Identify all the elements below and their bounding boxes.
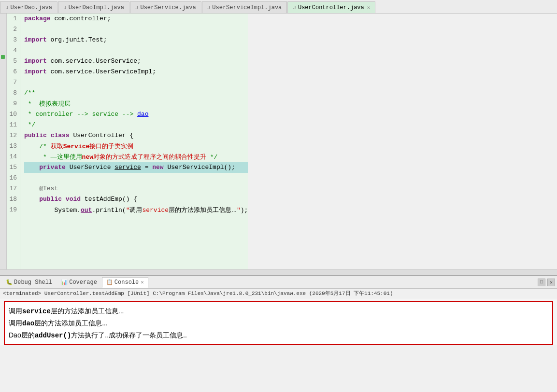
coverage-label: Coverage: [69, 279, 97, 286]
debug-shell-label: Debug Shell: [14, 279, 52, 286]
tab-label-userService: UserService.java: [140, 4, 196, 11]
code-line-11: */: [24, 120, 248, 130]
java-file-icon: J: [207, 5, 211, 11]
tab-userDaoImpl[interactable]: J UserDaoImpl.java: [58, 1, 129, 13]
tab-debug-shell[interactable]: 🐛 Debug Shell: [2, 277, 56, 288]
code-content[interactable]: package com.controller; import org.junit…: [20, 14, 248, 269]
code-line-18: public void testAddEmp() {: [24, 194, 248, 205]
code-line-14: * —这里使用new对象的方式造成了程序之间的耦合性提升 */: [24, 152, 248, 162]
tab-close-button[interactable]: ✕: [367, 4, 371, 11]
code-line-6: import com.service.UserServiceImpl;: [24, 67, 248, 77]
tab-userServiceImpl[interactable]: J UserServiceImpl.java: [202, 1, 287, 13]
line-numbers: 1 2 3 4 5 6 7 8 9 10 11 12 13 14 15 16 1…: [7, 14, 20, 269]
console-line-2: 调用dao层的方法添加员工信息...: [9, 317, 548, 329]
tab-label-userController: UserController.java: [298, 4, 364, 11]
bottom-panel: 🐛 Debug Shell 📊 Coverage 📋 Console ✕ □ ✕…: [0, 275, 557, 345]
breakpoint-indicator: [1, 55, 5, 59]
editor-left-strip: [0, 14, 7, 269]
panel-right-buttons: □ ✕: [538, 279, 555, 286]
console-line-3: Dao层的addUser()方法执行了..成功保存了一条员工信息..: [9, 329, 548, 341]
editor-wrapper: 1 2 3 4 5 6 7 8 9 10 11 12 13 14 15 16 1…: [0, 14, 557, 269]
java-file-icon: J: [63, 5, 67, 11]
tab-coverage[interactable]: 📊 Coverage: [57, 277, 101, 288]
editor-area[interactable]: 1 2 3 4 5 6 7 8 9 10 11 12 13 14 15 16 1…: [7, 14, 248, 269]
code-line-13: /* 获取Service接口的子类实例: [24, 141, 248, 152]
tab-label-userDao: UserDao.java: [11, 4, 52, 11]
code-line-15: private UserService service = new UserSe…: [24, 162, 248, 173]
tab-userController[interactable]: J UserController.java ✕: [287, 1, 375, 13]
code-line-1: package com.controller;: [24, 14, 248, 24]
code-line-12: public class UserController {: [24, 130, 248, 141]
tab-console[interactable]: 📋 Console ✕: [102, 277, 148, 288]
code-line-4: [24, 45, 248, 56]
console-status: <terminated> UserController.testAddEmp […: [0, 289, 557, 298]
code-line-7: [24, 77, 248, 88]
code-line-8: /**: [24, 88, 248, 98]
console-output-area: 调用service层的方法添加员工信息... 调用dao层的方法添加员工信息..…: [4, 301, 553, 345]
coverage-icon: 📊: [61, 279, 68, 285]
tab-userService[interactable]: J UserService.java: [130, 1, 201, 13]
java-file-icon: J: [135, 5, 139, 11]
editor-scrollbar[interactable]: [0, 269, 557, 275]
close-panel-button[interactable]: ✕: [547, 279, 555, 286]
code-line-16: [24, 173, 248, 183]
panel-tab-bar: 🐛 Debug Shell 📊 Coverage 📋 Console ✕ □ ✕: [0, 276, 557, 289]
console-line-1: 调用service层的方法添加员工信息...: [9, 305, 548, 317]
java-file-icon: J: [5, 5, 9, 11]
console-icon: 📋: [106, 279, 113, 285]
tab-label-userDaoImpl: UserDaoImpl.java: [69, 4, 124, 11]
code-line-17: @Test: [24, 183, 248, 194]
code-line-9: * 模拟表现层: [24, 98, 248, 109]
debug-icon: 🐛: [6, 279, 13, 285]
code-line-5: import com.service.UserService;: [24, 56, 248, 67]
console-tab-close[interactable]: ✕: [141, 279, 144, 285]
console-status-text: <terminated> UserController.testAddEmp […: [3, 291, 393, 296]
code-line-10: * controller --> service --> dao: [24, 109, 248, 120]
tab-label-userServiceImpl: UserServiceImpl.java: [212, 4, 282, 11]
tab-userDao[interactable]: J UserDao.java: [0, 1, 57, 13]
java-file-icon: J: [293, 5, 296, 11]
code-line-19: System.out.println("调用service层的方法添加员工信息.…: [24, 205, 248, 215]
code-line-2: [24, 24, 248, 35]
minimize-panel-button[interactable]: □: [538, 279, 545, 286]
console-label: Console: [114, 279, 139, 286]
tab-bar: J UserDao.java J UserDaoImpl.java J User…: [0, 0, 557, 14]
code-line-3: import org.junit.Test;: [24, 35, 248, 45]
